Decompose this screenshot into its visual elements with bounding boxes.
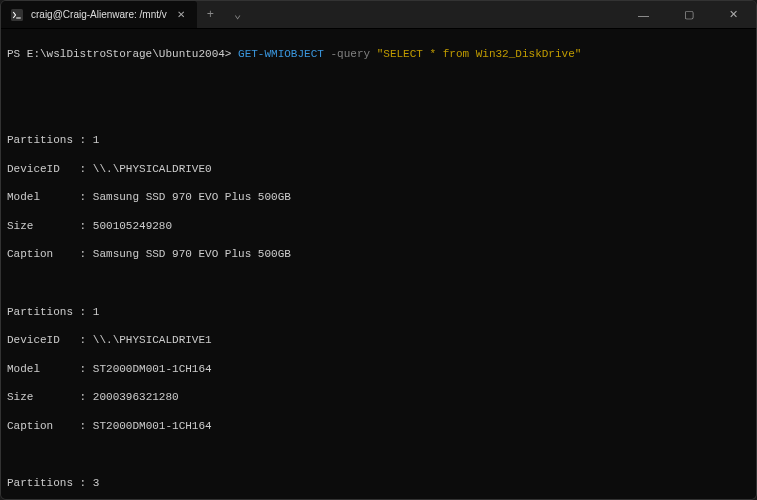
maximize-button[interactable]: ▢ <box>666 1 711 28</box>
new-tab-button[interactable]: + <box>197 8 224 22</box>
drive-row: DeviceID : \\.\PHYSICALDRIVE0 <box>7 162 750 176</box>
wsl-icon <box>11 9 23 21</box>
drive-row: Model : Samsung SSD 970 EVO Plus 500GB <box>7 190 750 204</box>
drive-row: DeviceID : \\.\PHYSICALDRIVE1 <box>7 333 750 347</box>
drive-row: Partitions : 1 <box>7 305 750 319</box>
drive-row: Partitions : 1 <box>7 133 750 147</box>
terminal-output[interactable]: PS E:\wslDistroStorage\Ubuntu2004> GET-W… <box>1 29 756 499</box>
drive-row: Caption : Samsung SSD 970 EVO Plus 500GB <box>7 247 750 261</box>
cmd-get-wmiobject: GET-WMIOBJECT <box>238 48 324 60</box>
ps-prompt: PS E:\wslDistroStorage\Ubuntu2004> <box>7 48 231 60</box>
drive-row: Partitions : 3 <box>7 476 750 490</box>
tab-active[interactable]: craig@Craig-Alienware: /mnt/v ✕ <box>1 1 197 28</box>
close-button[interactable]: ✕ <box>711 1 756 28</box>
tab-dropdown-button[interactable]: ⌄ <box>224 7 251 22</box>
drive-row: Size : 2000396321280 <box>7 390 750 404</box>
tab-close-button[interactable]: ✕ <box>175 7 187 22</box>
tab-title: craig@Craig-Alienware: /mnt/v <box>31 9 167 20</box>
drive-row: Caption : ST2000DM001-1CH164 <box>7 419 750 433</box>
minimize-button[interactable]: — <box>621 1 666 28</box>
cmd-query-string: "SELECT * from Win32_DiskDrive" <box>377 48 582 60</box>
tab-strip: craig@Craig-Alienware: /mnt/v ✕ + ⌄ <box>1 1 251 28</box>
drive-row: Size : 500105249280 <box>7 219 750 233</box>
svg-rect-0 <box>11 9 23 21</box>
cmd-flag: -query <box>330 48 370 60</box>
window-controls: — ▢ ✕ <box>621 1 756 28</box>
drive-row: Model : ST2000DM001-1CH164 <box>7 362 750 376</box>
titlebar: craig@Craig-Alienware: /mnt/v ✕ + ⌄ — ▢ … <box>1 1 756 29</box>
